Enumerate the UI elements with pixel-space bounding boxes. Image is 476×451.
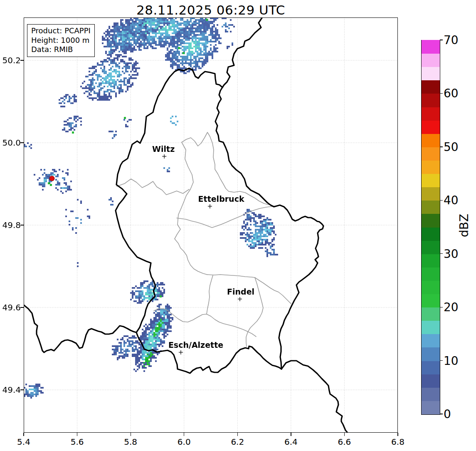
colorbar-segment <box>422 401 440 414</box>
tick-mark <box>397 433 398 436</box>
x-tick-label: 6.0 <box>178 437 191 447</box>
colorbar-segment <box>422 347 440 361</box>
country-border <box>215 87 323 369</box>
colorbar-segment <box>422 254 440 268</box>
info-data-source: Data: RMIB <box>31 45 91 55</box>
x-tick-label: 6.6 <box>338 437 351 447</box>
tick-mark <box>131 433 131 436</box>
radar-figure: 28.11.2025 06:29 UTC 5.45.65.86.06.26.46… <box>0 0 476 451</box>
colorbar-segment <box>422 54 440 67</box>
colorbar-segment <box>422 160 440 174</box>
colorbar-tick-mark <box>440 253 443 254</box>
colorbar-segment <box>422 80 440 94</box>
colorbar-segment <box>422 134 440 147</box>
colorbar-segment <box>422 387 440 401</box>
colorbar-segment <box>422 361 440 374</box>
colorbar-tick-label: 60 <box>444 87 459 100</box>
colorbar-segment <box>422 267 440 281</box>
city-label-esch-alzette: Esch/Alzette <box>168 340 223 349</box>
city-label-wiltz: Wiltz <box>152 144 175 154</box>
region-border <box>207 275 213 314</box>
colorbar-tick-label: 70 <box>444 33 459 47</box>
colorbar-segment <box>422 227 440 241</box>
colorbar-segment <box>422 294 440 307</box>
colorbar-segment <box>422 67 440 81</box>
country-border <box>136 332 281 373</box>
info-height: Height: 1000 m <box>31 36 91 45</box>
y-tick-label: 49.6 <box>0 302 21 312</box>
tick-mark <box>20 60 24 60</box>
y-tick-label: 49.8 <box>0 220 21 230</box>
colorbar-tick-mark <box>440 40 443 40</box>
tick-mark <box>20 307 24 307</box>
colorbar-tick-mark <box>440 93 443 94</box>
x-tick-label: 6.2 <box>231 437 244 447</box>
colorbar-segment <box>422 240 440 254</box>
colorbar-tick-label: 0 <box>444 407 451 421</box>
colorbar-tick-label: 20 <box>444 300 459 314</box>
colorbar-segment <box>422 107 440 121</box>
x-tick-label: 5.8 <box>124 437 137 447</box>
country-border <box>24 305 136 352</box>
colorbar-segment <box>422 280 440 294</box>
colorbar-segment <box>422 40 440 54</box>
tick-mark <box>344 433 345 436</box>
colorbar-tick-mark <box>440 307 443 307</box>
tick-mark <box>237 433 238 436</box>
border-layer <box>24 17 398 433</box>
colorbar-segment <box>422 120 440 134</box>
tick-mark <box>23 433 24 436</box>
colorbar-segment <box>422 187 440 201</box>
colorbar-segment <box>422 147 440 161</box>
y-tick-label: 50.0 <box>0 138 21 148</box>
tick-mark <box>20 142 24 143</box>
region-border <box>177 206 278 228</box>
colorbar-tick-mark <box>440 146 443 147</box>
colorbar-segment <box>422 214 440 228</box>
colorbar-segment <box>422 374 440 388</box>
x-tick-label: 5.4 <box>17 437 30 447</box>
country-border <box>281 361 348 433</box>
colorbar-segment <box>422 201 440 214</box>
tick-mark <box>184 433 184 436</box>
colorbar-segment <box>422 173 440 187</box>
colorbar <box>421 40 440 415</box>
colorbar-segment <box>422 334 440 348</box>
radar-site-marker <box>49 176 55 181</box>
product-info-box: Product: PCAPPI Height: 1000 m Data: RMI… <box>27 24 95 57</box>
colorbar-tick-mark <box>440 360 443 361</box>
colorbar-segment <box>422 94 440 107</box>
colorbar-tick-label: 10 <box>444 354 459 367</box>
colorbar-segment <box>422 321 440 335</box>
tick-mark <box>77 433 77 436</box>
tick-mark <box>20 389 24 390</box>
tick-mark <box>291 433 291 436</box>
country-border <box>222 18 262 87</box>
y-tick-label: 49.4 <box>0 385 21 395</box>
figure-title: 28.11.2025 06:29 UTC <box>24 2 398 17</box>
colorbar-tick-label: 30 <box>444 247 459 260</box>
y-tick-label: 50.2 <box>0 55 21 65</box>
city-label-findel: Findel <box>227 287 254 296</box>
tick-mark <box>20 225 24 225</box>
x-tick-label: 5.6 <box>71 437 84 447</box>
region-border <box>117 179 189 195</box>
colorbar-label: dBZ <box>457 214 471 237</box>
colorbar-segment <box>422 307 440 321</box>
info-product: Product: PCAPPI <box>31 26 91 36</box>
x-tick-label: 6.8 <box>391 437 404 447</box>
city-label-ettelbruck: Ettelbruck <box>198 194 244 203</box>
x-tick-label: 6.4 <box>284 437 298 447</box>
region-border <box>154 309 256 337</box>
colorbar-tick-label: 40 <box>444 193 459 207</box>
colorbar-tick-label: 50 <box>444 140 459 154</box>
colorbar-tick-mark <box>440 200 443 201</box>
region-border <box>175 142 207 275</box>
colorbar-tick-mark <box>440 414 443 414</box>
